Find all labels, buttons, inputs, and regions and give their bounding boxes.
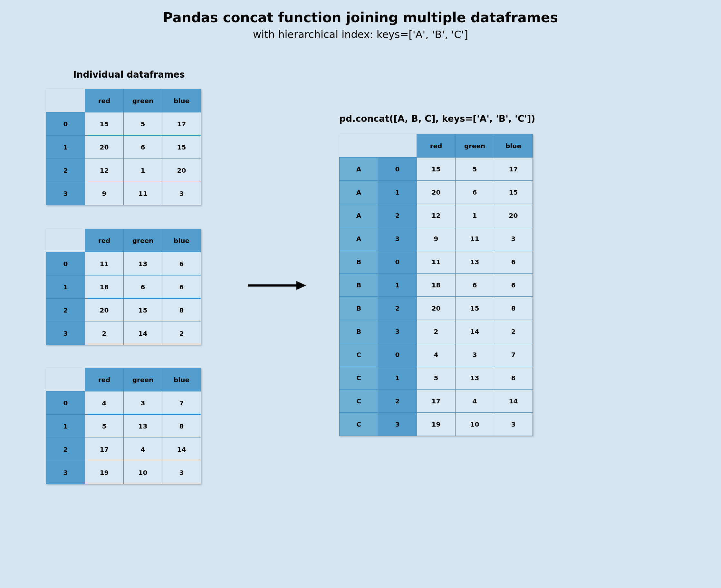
- row-index: 1: [378, 274, 417, 297]
- row-key: B: [340, 274, 378, 297]
- cell: 20: [494, 204, 533, 227]
- row-index: 3: [378, 413, 417, 436]
- table-row: B220158: [340, 297, 533, 320]
- cell: 8: [162, 299, 201, 322]
- cell: 8: [494, 366, 533, 390]
- row-index: 2: [378, 204, 417, 227]
- cell: 18: [417, 274, 455, 297]
- dataframe-c: red green blue 0 4 3 7 1 5 13 8 2 17 4 1…: [46, 368, 201, 484]
- dataframe-a: red green blue 0 15 5 17 1 20 6 15 2 12 …: [46, 89, 201, 205]
- cell: 11: [455, 227, 494, 250]
- row-index: 0: [378, 158, 417, 181]
- cell: 6: [124, 275, 162, 299]
- col-header-red: red: [85, 89, 124, 112]
- cell: 7: [494, 343, 533, 366]
- cell: 18: [85, 275, 124, 299]
- arrow-right-icon: [248, 279, 306, 292]
- table-row: 3 9 11 3: [46, 182, 201, 205]
- table-row: 2 12 1 20: [46, 159, 201, 182]
- cell: 12: [417, 204, 455, 227]
- cell: 1: [455, 204, 494, 227]
- table-row: A212120: [340, 204, 533, 227]
- cell: 1: [124, 159, 162, 182]
- col-header-blue: blue: [162, 89, 201, 112]
- diagram-canvas: Pandas concat function joining multiple …: [0, 0, 721, 588]
- row-index: 2: [378, 390, 417, 413]
- left-section-label: Individual dataframes: [73, 69, 185, 80]
- table-header-row: red green blue: [46, 368, 201, 392]
- table-row: B32142: [340, 320, 533, 343]
- table-row: C0437: [340, 343, 533, 366]
- cell: 2: [85, 322, 124, 345]
- cell: 5: [417, 366, 455, 390]
- table-row: B11866: [340, 274, 533, 297]
- svg-marker-1: [296, 281, 306, 290]
- table-corner: [46, 229, 85, 252]
- table-header-row: red green blue: [46, 89, 201, 112]
- cell: 3: [455, 343, 494, 366]
- cell: 11: [417, 250, 455, 274]
- table-corner: [340, 134, 378, 158]
- col-header-red: red: [417, 134, 455, 158]
- row-index: 0: [46, 392, 85, 415]
- cell: 15: [455, 297, 494, 320]
- table-row: 1 5 13 8: [46, 415, 201, 438]
- page-subtitle: with hierarchical index: keys=['A', 'B',…: [0, 28, 721, 41]
- cell: 15: [124, 299, 162, 322]
- cell: 17: [494, 158, 533, 181]
- cell: 13: [455, 366, 494, 390]
- col-header-green: green: [124, 229, 162, 252]
- table-row: A120615: [340, 181, 533, 204]
- table-row: 0 4 3 7: [46, 392, 201, 415]
- col-header-blue: blue: [162, 368, 201, 392]
- cell: 3: [494, 227, 533, 250]
- row-key: A: [340, 204, 378, 227]
- col-header-red: red: [85, 229, 124, 252]
- cell: 8: [162, 415, 201, 438]
- row-index: 2: [46, 159, 85, 182]
- dataframe-b: red green blue 0 11 13 6 1 18 6 6 2 20 1…: [46, 229, 201, 345]
- cell: 14: [455, 320, 494, 343]
- col-header-blue: blue: [494, 134, 533, 158]
- cell: 4: [124, 438, 162, 461]
- cell: 20: [85, 135, 124, 159]
- row-index: 3: [46, 322, 85, 345]
- page-title: Pandas concat function joining multiple …: [0, 10, 721, 25]
- table-row: 1 18 6 6: [46, 275, 201, 299]
- table-row: 0 11 13 6: [46, 252, 201, 275]
- cell: 17: [162, 112, 201, 135]
- cell: 4: [455, 390, 494, 413]
- table-row: A015517: [340, 158, 533, 181]
- cell: 6: [162, 275, 201, 299]
- cell: 9: [85, 182, 124, 205]
- col-header-green: green: [124, 368, 162, 392]
- cell: 10: [455, 413, 494, 436]
- row-index: 0: [46, 112, 85, 135]
- row-key: A: [340, 227, 378, 250]
- row-index: 0: [378, 343, 417, 366]
- cell: 7: [162, 392, 201, 415]
- cell: 14: [124, 322, 162, 345]
- row-index: 2: [46, 438, 85, 461]
- row-index: 2: [46, 299, 85, 322]
- table-row: C217414: [340, 390, 533, 413]
- row-index: 3: [46, 182, 85, 205]
- table-row: 3 19 10 3: [46, 461, 201, 484]
- cell: 14: [494, 390, 533, 413]
- cell: 9: [417, 227, 455, 250]
- cell: 2: [494, 320, 533, 343]
- cell: 12: [85, 159, 124, 182]
- cell: 17: [417, 390, 455, 413]
- row-index: 1: [378, 366, 417, 390]
- cell: 19: [85, 461, 124, 484]
- row-index: 2: [378, 297, 417, 320]
- col-header-green: green: [124, 89, 162, 112]
- cell: 13: [455, 250, 494, 274]
- cell: 15: [85, 112, 124, 135]
- cell: 15: [417, 158, 455, 181]
- row-index: 3: [378, 227, 417, 250]
- table-header-row: red green blue: [340, 134, 533, 158]
- cell: 14: [162, 438, 201, 461]
- cell: 5: [455, 158, 494, 181]
- row-index: 3: [46, 461, 85, 484]
